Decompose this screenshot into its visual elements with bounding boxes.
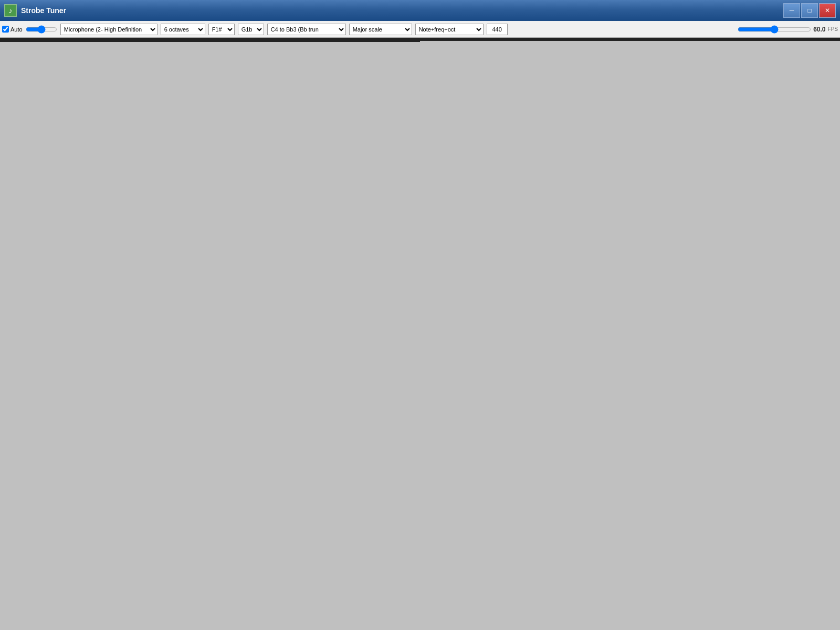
panel-oct-left-6: 7 6 5 4 3 2 <box>422 40 424 41</box>
device-select[interactable]: Microphone (2- High Definition <box>60 24 158 35</box>
panel-dsharp-eb: D# Eb 7 6 5 4 3 2 4434.92 2217.46 1108.7… <box>420 40 840 41</box>
close-button[interactable]: ✕ <box>819 3 836 18</box>
minimize-button[interactable]: ─ <box>783 3 800 18</box>
panel-oct-left-7: 7 6 5 4 3 2 <box>2 41 4 42</box>
panel-freq-right-7: 4978.03 2489.02 1244.51 622.25 311.13 15… <box>401 41 418 42</box>
maximize-button[interactable]: □ <box>801 3 818 18</box>
fps-display: 60.0 FPS <box>738 25 838 34</box>
auto-checkbox-container: Auto <box>2 26 23 33</box>
display-select[interactable]: Note+freq+oct <box>415 24 484 35</box>
auto-label: Auto <box>10 26 23 33</box>
tuning-hz-input[interactable] <box>487 24 508 35</box>
toolbar: Auto Microphone (2- High Definition 6 oc… <box>0 21 840 38</box>
app-icon <box>4 4 17 17</box>
range-start-select[interactable]: F1# <box>208 24 235 35</box>
auto-checkbox[interactable] <box>2 26 9 33</box>
panel-empty <box>420 41 840 42</box>
title-bar: Strobe Tuner ─ □ ✕ <box>0 0 840 21</box>
range-end-select[interactable]: G1b <box>238 24 264 35</box>
key-range-select[interactable]: C4 to Bb3 (Bb trun <box>267 24 346 35</box>
fps-label: FPS <box>828 26 838 32</box>
panel-freq-right-6: 4434.92 2217.46 1108.73 554.37 277.18 13… <box>821 40 838 41</box>
fps-slider[interactable] <box>738 25 811 34</box>
scale-select[interactable]: Major scale <box>349 24 412 35</box>
title-text: Strobe Tuner <box>21 6 66 15</box>
title-bar-buttons: ─ □ ✕ <box>783 3 836 18</box>
panel-f: F 7 6 5 4 3 2 4978.03 2489.02 1244.51 62… <box>0 41 420 42</box>
octaves-select[interactable]: 6 octaves <box>161 24 205 35</box>
fps-value: 60.0 <box>813 26 825 33</box>
title-bar-left: Strobe Tuner <box>4 4 66 17</box>
strobe-grid: F# Gb 6 5 4 3 2 1 2637.02 1318.51 659.26… <box>0 38 840 42</box>
auto-slider[interactable] <box>26 25 57 34</box>
